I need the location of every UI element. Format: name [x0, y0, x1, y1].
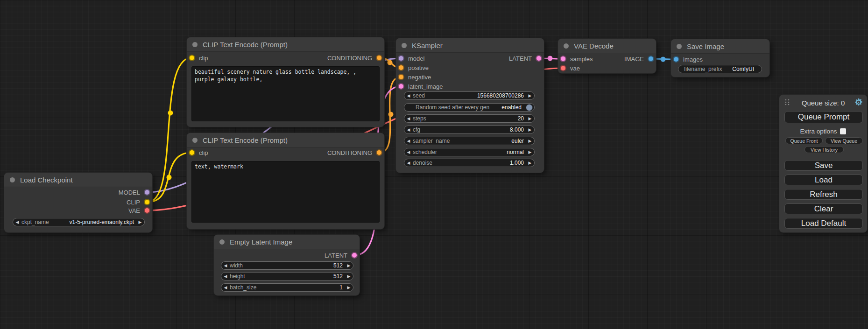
widget-batch-size[interactable]: ◀ batch_size 1 ▶: [221, 283, 353, 292]
port-dot-images[interactable]: [673, 56, 679, 63]
clear-button[interactable]: Clear: [784, 203, 863, 214]
increment-arrow-icon[interactable]: ▶: [136, 220, 144, 224]
decrement-arrow-icon[interactable]: ◀: [221, 274, 230, 279]
prompt-textarea[interactable]: beautiful scenery nature glass bottle la…: [191, 66, 380, 121]
widget-sampler-name[interactable]: ◀ sampler_name euler ▶: [404, 137, 535, 145]
port-output-model[interactable]: MODEL: [119, 188, 150, 197]
port-dot-model[interactable]: [398, 55, 404, 62]
node-title-bar[interactable]: KSampler: [396, 38, 544, 53]
decrement-arrow-icon[interactable]: ◀: [404, 93, 413, 98]
decrement-arrow-icon[interactable]: ◀: [404, 150, 413, 154]
node-title-bar[interactable]: VAE Decode: [558, 39, 656, 53]
collapse-dot-icon[interactable]: [677, 44, 682, 49]
port-output-conditioning[interactable]: CONDITIONING: [327, 148, 382, 157]
widget-ckpt-name[interactable]: ◀ ckpt_name v1-5-pruned-emaonly.ckpt ▶: [13, 218, 145, 226]
toggle-dot-icon[interactable]: [526, 104, 533, 111]
view-queue-button[interactable]: View Queue: [825, 137, 863, 144]
node-title-bar[interactable]: Empty Latent Image: [214, 235, 360, 249]
queue-prompt-button[interactable]: Queue Prompt: [784, 111, 863, 123]
node-title-bar[interactable]: Load Checkpoint: [4, 173, 152, 187]
port-output-image[interactable]: IMAGE: [624, 54, 654, 63]
port-dot-vae[interactable]: [144, 207, 150, 214]
port-dot-conditioning[interactable]: [376, 149, 382, 156]
decrement-arrow-icon[interactable]: ◀: [404, 139, 413, 143]
port-dot-clip[interactable]: [189, 55, 195, 61]
collapse-dot-icon[interactable]: [402, 43, 407, 48]
increment-arrow-icon[interactable]: ▶: [345, 274, 353, 279]
widget-height[interactable]: ◀ height 512 ▶: [221, 272, 353, 280]
widget-filename-prefix[interactable]: filename_prefix ComfyUI: [678, 65, 762, 73]
widget-scheduler[interactable]: ◀ scheduler normal ▶: [404, 148, 535, 156]
decrement-arrow-icon[interactable]: ◀: [404, 127, 413, 132]
widget-cfg[interactable]: ◀ cfg 8.000 ▶: [404, 126, 535, 134]
node-title: Load Checkpoint: [20, 176, 73, 184]
port-dot-vae[interactable]: [560, 65, 566, 71]
port-input-samples[interactable]: samples: [560, 54, 593, 63]
collapse-dot-icon[interactable]: [10, 177, 15, 182]
decrement-arrow-icon[interactable]: ◀: [221, 263, 230, 268]
port-dot-conditioning[interactable]: [376, 55, 382, 61]
refresh-button[interactable]: Refresh: [784, 189, 863, 200]
view-history-button[interactable]: View History: [804, 146, 844, 153]
port-dot-latent-image[interactable]: [398, 83, 404, 90]
decrement-arrow-icon[interactable]: ◀: [221, 285, 230, 290]
port-input-positive[interactable]: positive: [398, 63, 429, 72]
port-dot-model[interactable]: [144, 189, 150, 196]
port-dot-clip[interactable]: [189, 149, 195, 156]
node-title-bar[interactable]: CLIP Text Encode (Prompt): [187, 133, 384, 147]
queue-front-button[interactable]: Queue Front: [785, 137, 823, 144]
extra-options-checkbox[interactable]: [840, 128, 846, 134]
load-default-button[interactable]: Load Default: [784, 218, 863, 229]
port-dot-clip[interactable]: [144, 199, 150, 205]
comfyui-canvas[interactable]: Load Checkpoint MODEL CLIP VAE ◀ ckpt_na…: [0, 0, 868, 329]
port-input-clip[interactable]: clip: [189, 148, 208, 157]
prompt-textarea[interactable]: text, watermark: [191, 161, 380, 223]
port-input-latent-image[interactable]: latent_image: [398, 82, 443, 91]
port-input-vae[interactable]: vae: [560, 63, 580, 73]
collapse-dot-icon[interactable]: [192, 138, 198, 143]
increment-arrow-icon[interactable]: ▶: [526, 150, 534, 154]
node-title-bar[interactable]: Save Image: [671, 39, 769, 54]
link-dot: [167, 175, 172, 180]
widget-denoise[interactable]: ◀ denoise 1.000 ▶: [404, 159, 535, 167]
port-input-images[interactable]: images: [673, 55, 703, 64]
load-button[interactable]: Load: [784, 175, 863, 185]
node-title-bar[interactable]: CLIP Text Encode (Prompt): [187, 37, 384, 52]
port-input-model[interactable]: model: [398, 54, 424, 63]
port-dot-latent[interactable]: [536, 55, 542, 62]
port-output-latent[interactable]: LATENT: [325, 251, 358, 260]
collapse-dot-icon[interactable]: [564, 43, 569, 49]
widget-seed[interactable]: ◀ seed 156680208700286 ▶: [404, 91, 535, 100]
link-dot: [661, 57, 666, 62]
increment-arrow-icon[interactable]: ▶: [526, 93, 534, 98]
increment-arrow-icon[interactable]: ▶: [526, 161, 534, 165]
save-button[interactable]: Save: [784, 160, 863, 171]
node-save-image: Save Image images filename_prefix ComfyU…: [671, 39, 769, 77]
collapse-dot-icon[interactable]: [192, 42, 198, 47]
port-dot-latent[interactable]: [351, 252, 358, 259]
widget-width[interactable]: ◀ width 512 ▶: [221, 261, 353, 270]
port-output-vae[interactable]: VAE: [128, 206, 150, 215]
port-dot-image[interactable]: [648, 56, 654, 62]
port-output-latent[interactable]: LATENT: [509, 54, 542, 63]
port-dot-samples[interactable]: [560, 56, 566, 62]
increment-arrow-icon[interactable]: ▶: [526, 127, 534, 132]
decrement-arrow-icon[interactable]: ◀: [404, 116, 413, 121]
increment-arrow-icon[interactable]: ▶: [345, 285, 353, 290]
port-output-conditioning[interactable]: CONDITIONING: [327, 53, 382, 63]
increment-arrow-icon[interactable]: ▶: [526, 116, 534, 121]
increment-arrow-icon[interactable]: ▶: [345, 263, 353, 268]
increment-arrow-icon[interactable]: ▶: [526, 139, 534, 143]
port-input-clip[interactable]: clip: [189, 53, 208, 63]
port-output-clip[interactable]: CLIP: [127, 197, 150, 207]
collapse-dot-icon[interactable]: [219, 239, 225, 245]
port-dot-positive[interactable]: [398, 64, 404, 71]
decrement-arrow-icon[interactable]: ◀: [404, 161, 413, 165]
widget-random-seed-toggle[interactable]: Random seed after every gen enabled: [404, 103, 535, 112]
port-input-negative[interactable]: negative: [398, 72, 431, 82]
widget-steps[interactable]: ◀ steps 20 ▶: [404, 114, 535, 123]
node-clip-text-encode-positive: CLIP Text Encode (Prompt) clip CONDITION…: [187, 37, 384, 127]
decrement-arrow-icon[interactable]: ◀: [13, 220, 21, 224]
port-dot-negative[interactable]: [398, 74, 404, 80]
settings-gear-icon[interactable]: [854, 98, 863, 106]
